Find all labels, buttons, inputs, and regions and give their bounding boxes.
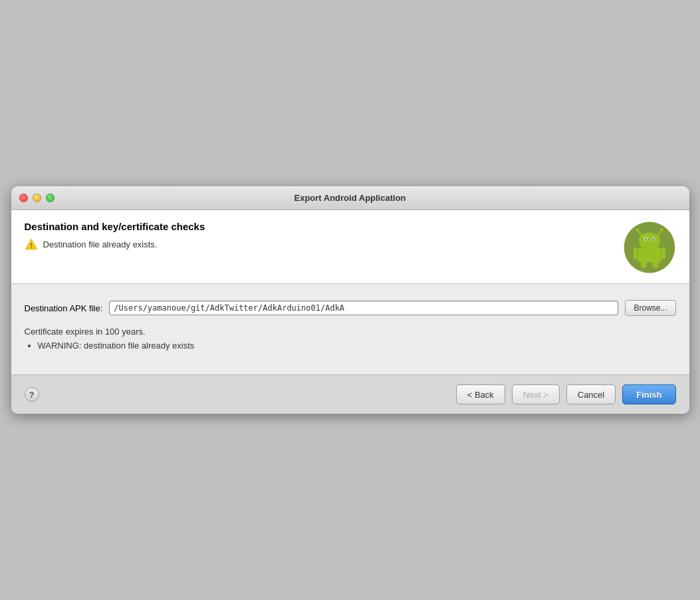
body-section: Destination APK file: Browse... Certific… xyxy=(11,284,689,375)
warning-icon: ! xyxy=(25,237,38,251)
warning-list-item: WARNING: destination file already exists xyxy=(38,341,676,351)
maximize-button[interactable] xyxy=(46,194,55,202)
svg-rect-15 xyxy=(641,261,646,268)
footer-left: ? xyxy=(25,387,39,402)
page-title: Destination and key/certificate checks xyxy=(25,221,205,232)
apk-label: Destination APK file: xyxy=(25,303,103,313)
svg-point-7 xyxy=(639,233,660,250)
header-warning: ! Destination file already exists. xyxy=(25,237,205,251)
header-left: Destination and key/certificate checks !… xyxy=(25,221,205,251)
window-content: Destination and key/certificate checks !… xyxy=(11,210,689,414)
svg-text:!: ! xyxy=(30,241,33,249)
window-title: Export Android Application xyxy=(294,193,406,203)
warning-list: WARNING: destination file already exists xyxy=(25,341,676,351)
svg-rect-12 xyxy=(638,247,661,262)
apk-file-row: Destination APK file: Browse... xyxy=(25,300,676,316)
cancel-button[interactable]: Cancel xyxy=(566,384,616,404)
finish-button[interactable]: Finish xyxy=(622,384,675,404)
android-logo xyxy=(623,221,676,274)
svg-point-11 xyxy=(652,238,653,239)
export-dialog: Export Android Application Destination a… xyxy=(11,186,689,414)
svg-rect-13 xyxy=(634,247,638,259)
footer-right: < Back Next > Cancel Finish xyxy=(456,384,676,404)
footer-section: ? < Back Next > Cancel Finish xyxy=(11,375,689,414)
svg-point-6 xyxy=(660,228,663,231)
title-bar: Export Android Application xyxy=(11,186,689,210)
svg-rect-16 xyxy=(652,261,657,268)
info-section: Certificate expires in 100 years. WARNIN… xyxy=(25,327,676,351)
header-warning-text: Destination file already exists. xyxy=(43,239,158,249)
traffic-lights xyxy=(19,194,55,202)
apk-file-input[interactable] xyxy=(109,301,618,315)
next-button[interactable]: Next > xyxy=(512,384,560,404)
svg-point-4 xyxy=(636,228,639,231)
browse-button[interactable]: Browse... xyxy=(625,300,675,316)
help-button[interactable]: ? xyxy=(25,387,39,402)
close-button[interactable] xyxy=(19,194,28,202)
minimize-button[interactable] xyxy=(33,194,41,202)
svg-rect-14 xyxy=(661,247,665,259)
cert-expires-text: Certificate expires in 100 years. xyxy=(25,327,676,337)
svg-point-10 xyxy=(645,238,646,239)
back-button[interactable]: < Back xyxy=(456,384,505,404)
header-section: Destination and key/certificate checks !… xyxy=(11,210,689,284)
